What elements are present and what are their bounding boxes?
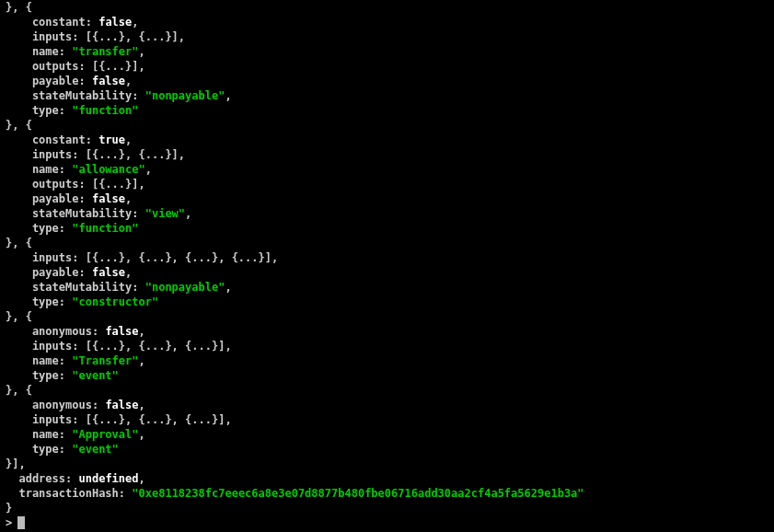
val-name-allowance: "allowance" [72, 163, 144, 176]
key-statemutability: stateMutability: [6, 89, 145, 102]
key-type: type: [6, 104, 72, 117]
key-outputs: outputs: [{...}], [6, 178, 145, 191]
key-type: type: [6, 295, 72, 308]
prompt: > [6, 515, 18, 530]
comma: , [139, 472, 145, 485]
val-payable: false [92, 266, 125, 279]
val-anonymous: false [105, 325, 138, 338]
val-name-transfer: "transfer" [72, 45, 138, 58]
key-transactionhash: transactionHash: [6, 487, 132, 500]
key-outputs: outputs: [{...}], [6, 60, 145, 73]
key-type: type: [6, 222, 72, 235]
comma: , [145, 163, 152, 176]
comma: , [132, 16, 138, 29]
val-name-approval: "Approval" [72, 428, 138, 441]
key-name: name: [6, 354, 72, 367]
val-payable: false [92, 75, 125, 87]
comma: , [139, 354, 145, 367]
val-name-transfer-event: "Transfer" [72, 354, 138, 367]
comma: , [125, 266, 132, 279]
comma: , [125, 192, 132, 205]
comma: , [185, 207, 191, 220]
key-address: address: [6, 472, 78, 485]
prompt-line[interactable]: > [6, 515, 768, 530]
val-view: "view" [145, 207, 185, 220]
val-function: "function" [72, 222, 138, 235]
brace-separator: }, { [6, 310, 32, 323]
val-nonpayable: "nonpayable" [145, 281, 225, 294]
cursor-icon [17, 516, 25, 529]
key-type: type: [6, 443, 72, 456]
val-payable: false [92, 192, 125, 205]
key-constant: constant: [6, 16, 98, 29]
val-undefined: undefined [78, 472, 138, 485]
brace-separator: }, { [6, 384, 32, 397]
comma: , [125, 75, 132, 87]
val-txhash: "0xe8118238fc7eeec6a8e3e07d8877b480fbe06… [132, 487, 583, 500]
key-name: name: [6, 163, 72, 176]
key-inputs: inputs: [{...}, {...}, {...}, {...}], [6, 251, 278, 264]
key-inputs: inputs: [{...}, {...}, {...}], [6, 340, 232, 353]
key-constant: constant: [6, 133, 98, 146]
val-constant-true: true [98, 133, 125, 146]
array-close: }], [6, 457, 26, 470]
key-inputs: inputs: [{...}, {...}], [6, 148, 185, 161]
key-type: type: [6, 369, 72, 382]
key-anonymous: anonymous: [6, 325, 105, 338]
val-constant: false [98, 16, 132, 29]
comma: , [139, 45, 145, 58]
key-payable: payable: [6, 266, 92, 279]
comma: , [139, 399, 145, 411]
val-anonymous: false [105, 399, 138, 411]
key-payable: payable: [6, 192, 92, 205]
comma: , [225, 281, 231, 294]
val-function: "function" [72, 104, 138, 117]
val-event: "event" [72, 443, 119, 456]
terminal-output: }, { constant: false, inputs: [{...}, {.… [0, 0, 774, 530]
key-payable: payable: [6, 75, 92, 87]
key-name: name: [6, 428, 72, 441]
val-constructor: "constructor" [72, 295, 158, 308]
key-inputs: inputs: [{...}, {...}, {...}], [6, 413, 232, 426]
comma: , [225, 89, 231, 102]
brace-separator: }, { [6, 1, 32, 14]
key-statemutability: stateMutability: [6, 207, 145, 220]
comma: , [139, 428, 145, 441]
object-close: } [6, 502, 12, 515]
key-anonymous: anonymous: [6, 399, 105, 411]
val-event: "event" [72, 369, 119, 382]
comma: , [125, 133, 132, 146]
brace-separator: }, { [6, 237, 32, 249]
key-name: name: [6, 45, 72, 58]
key-inputs: inputs: [{...}, {...}], [6, 30, 185, 43]
val-nonpayable: "nonpayable" [145, 89, 225, 102]
key-statemutability: stateMutability: [6, 281, 145, 294]
comma: , [139, 325, 145, 338]
brace-separator: }, { [6, 119, 32, 132]
